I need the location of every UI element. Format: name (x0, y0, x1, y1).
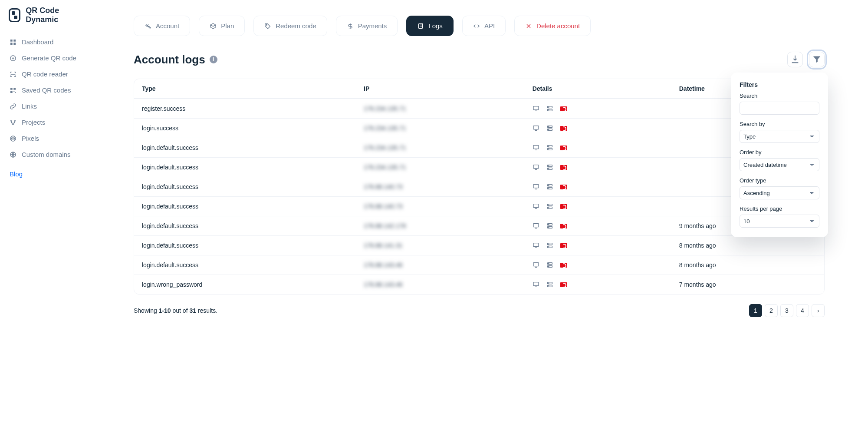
server-icon[interactable] (546, 183, 553, 190)
filters-searchby-select[interactable]: TypeIP (740, 130, 819, 143)
sidebar-item-qr-code-reader[interactable]: QR code reader (0, 66, 90, 82)
table-row: login.default.success176.234.135.71 (134, 157, 824, 177)
qrcode-icon (10, 87, 16, 94)
cell-type: login.default.success (134, 177, 356, 196)
filters-rpp-select[interactable]: 102550100 (740, 215, 819, 228)
svg-rect-8 (13, 91, 14, 92)
dollar-icon (347, 23, 354, 30)
svg-rect-7 (10, 91, 13, 93)
box-icon (210, 23, 217, 30)
desktop-icon[interactable] (533, 242, 539, 249)
tag-icon (264, 23, 271, 30)
server-icon[interactable] (546, 164, 553, 171)
sidebar-item-links[interactable]: Links (0, 98, 90, 114)
cell-type: login.default.success (134, 235, 356, 255)
cell-details (525, 118, 671, 138)
tab-label: Account (156, 22, 179, 30)
svg-point-31 (548, 146, 549, 146)
server-icon[interactable] (546, 222, 553, 229)
server-icon[interactable] (546, 144, 553, 151)
pager-next[interactable]: › (812, 304, 825, 317)
tab-payments[interactable]: Payments (336, 16, 398, 36)
table-row: login.success176.234.135.71 (134, 118, 824, 138)
cell-details (525, 138, 671, 157)
sidebar-item-label: Links (22, 103, 37, 110)
server-icon[interactable] (546, 242, 553, 249)
tab-label: Delete account (536, 22, 580, 30)
desktop-icon[interactable] (533, 144, 539, 151)
grid-icon (10, 39, 16, 46)
info-icon[interactable]: i (210, 56, 217, 63)
sidebar-item-pixels[interactable]: Pixels (0, 130, 90, 146)
brand[interactable]: QR Code Dynamic (0, 0, 90, 30)
download-button[interactable] (787, 52, 803, 67)
download-icon (790, 54, 800, 65)
cell-ip: 176.234.135.71 (356, 118, 525, 138)
server-icon[interactable] (546, 105, 553, 112)
svg-rect-53 (533, 243, 539, 247)
tab-api[interactable]: API (462, 16, 506, 36)
results-suffix: results. (196, 307, 217, 314)
tab-redeem-code[interactable]: Redeem code (253, 16, 327, 36)
filters-orderby-select[interactable]: Created datetimeType (740, 158, 819, 171)
server-icon[interactable] (546, 125, 553, 132)
sidebar-item-projects[interactable]: Projects (0, 114, 90, 130)
plus-circle-icon (10, 55, 16, 62)
sidebar-item-generate-qr-code[interactable]: Generate QR code (0, 50, 90, 66)
tab-delete-account[interactable]: Delete account (514, 16, 591, 36)
sidebar-item-label: Projects (22, 119, 45, 126)
pager-page-3[interactable]: 3 (780, 304, 793, 317)
results-range: 1-10 (159, 307, 171, 314)
desktop-icon[interactable] (533, 125, 539, 132)
svg-rect-33 (533, 165, 539, 169)
sidebar-item-label: Dashboard (22, 38, 53, 46)
server-icon[interactable] (546, 203, 553, 210)
sidebar-nav: DashboardGenerate QR codeQR code readerS… (0, 30, 90, 166)
svg-rect-6 (13, 88, 16, 90)
cell-ip: 176.88.140.73 (356, 196, 525, 216)
svg-rect-28 (533, 146, 539, 149)
cell-details (525, 255, 671, 275)
logs-table: Type IP Details Datetime register.succes… (134, 79, 825, 295)
cell-ip: 176.88.140.73 (356, 177, 525, 196)
tab-plan[interactable]: Plan (199, 16, 245, 36)
cell-type: login.default.success (134, 157, 356, 177)
sidebar: QR Code Dynamic DashboardGenerate QR cod… (0, 0, 90, 437)
filter-button[interactable] (809, 52, 825, 67)
filters-rpp-label: Results per page (740, 205, 819, 212)
sidebar-item-label: Saved QR codes (22, 86, 71, 94)
cell-ip: 176.88.143.46 (356, 275, 525, 294)
sidebar-item-saved-qr-codes[interactable]: Saved QR codes (0, 82, 90, 98)
desktop-icon[interactable] (533, 105, 539, 112)
sidebar-item-custom-domains[interactable]: Custom domains (0, 146, 90, 162)
tab-account[interactable]: Account (134, 16, 190, 36)
sidebar-item-dashboard[interactable]: Dashboard (0, 34, 90, 50)
svg-rect-58 (533, 263, 539, 266)
filter-icon (812, 54, 822, 65)
cell-ip: 176.234.135.71 (356, 157, 525, 177)
qrscan-icon (10, 71, 16, 78)
sidebar-blog-link[interactable]: Blog (0, 166, 90, 182)
tab-logs[interactable]: Logs (406, 16, 454, 36)
filters-search-input[interactable] (740, 102, 819, 115)
svg-rect-3 (13, 43, 16, 45)
desktop-icon[interactable] (533, 183, 539, 190)
pager-page-1[interactable]: 1 (749, 304, 762, 317)
svg-point-46 (548, 205, 549, 205)
account-tabs: AccountPlanRedeem codePaymentsLogsAPIDel… (134, 16, 825, 36)
desktop-icon[interactable] (533, 222, 539, 229)
server-icon[interactable] (546, 262, 553, 268)
table-footer: Showing 1-10 out of 31 results. 1234› (134, 304, 825, 317)
flag-tr-icon (560, 185, 567, 189)
desktop-icon[interactable] (533, 203, 539, 210)
desktop-icon[interactable] (533, 262, 539, 268)
pager-page-2[interactable]: 2 (765, 304, 778, 317)
svg-point-21 (548, 107, 549, 107)
cell-details (525, 235, 671, 255)
server-icon[interactable] (546, 281, 553, 288)
desktop-icon[interactable] (533, 281, 539, 288)
desktop-icon[interactable] (533, 164, 539, 171)
pager-page-4[interactable]: 4 (796, 304, 809, 317)
filters-ordertype-select[interactable]: AscendingDescending (740, 186, 819, 199)
results-summary: Showing 1-10 out of 31 results. (134, 307, 217, 314)
